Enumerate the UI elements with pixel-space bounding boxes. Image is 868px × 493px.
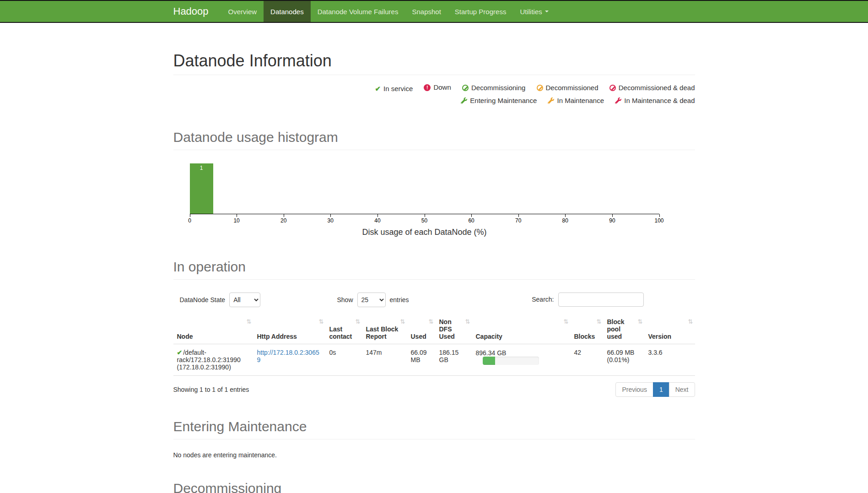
cell-capacity: 896.34 GB bbox=[472, 344, 571, 375]
x-tick: 40 bbox=[374, 217, 380, 224]
capacity-progress-bar bbox=[483, 357, 539, 365]
sort-icon bbox=[597, 318, 602, 325]
legend-label: Decommissioned bbox=[546, 82, 598, 94]
legend-label: In Maintenance & dead bbox=[624, 95, 695, 107]
legend-label: Decommissioned & dead bbox=[619, 82, 695, 94]
cell-node: /default-rack/172.18.0.2:31990 (172.18.0… bbox=[173, 344, 253, 375]
x-tick: 20 bbox=[280, 217, 286, 224]
column-label: Node bbox=[177, 333, 193, 340]
x-tick: 50 bbox=[421, 217, 427, 224]
page-1-button[interactable]: 1 bbox=[653, 382, 669, 397]
cell-non-dfs-used: 186.15 GB bbox=[436, 344, 472, 375]
datanode-usage-histogram: 1 0 10 20 30 40 50 60 70 80 90 100 Disk … bbox=[190, 164, 659, 237]
x-tick: 90 bbox=[609, 217, 615, 224]
histogram-bar: 1 bbox=[190, 163, 213, 214]
nav-item-overview[interactable]: Overview bbox=[221, 1, 264, 22]
x-tick: 80 bbox=[562, 217, 568, 224]
nav-item-datanode-volume-failures[interactable]: Datanode Volume Failures bbox=[311, 1, 405, 22]
sort-icon bbox=[400, 318, 405, 325]
legend-label: In service bbox=[383, 83, 413, 95]
column-header-blocks[interactable]: Blocks bbox=[571, 314, 604, 344]
x-tick: 70 bbox=[515, 217, 521, 224]
sort-icon bbox=[356, 318, 361, 325]
nav-item-utilities[interactable]: Utilities bbox=[513, 1, 555, 22]
entering-maintenance-section-title: Entering Maintenance bbox=[173, 419, 695, 434]
column-label: Capacity bbox=[476, 333, 502, 340]
cell-version: 3.3.6 bbox=[645, 344, 695, 375]
column-label: Non DFS Used bbox=[439, 318, 455, 340]
column-header-last-block-report[interactable]: Last Block Report bbox=[362, 314, 407, 344]
datanode-state-label: DataNode State bbox=[180, 296, 226, 303]
column-label: Last Block Report bbox=[366, 325, 399, 340]
nav-item-startup-progress[interactable]: Startup Progress bbox=[448, 1, 513, 22]
table-info: Showing 1 to 1 of 1 entries bbox=[173, 386, 249, 393]
ban-icon bbox=[462, 85, 469, 91]
cell-last-contact: 0s bbox=[326, 344, 362, 375]
legend-label: Down bbox=[433, 81, 451, 93]
column-header-last-contact[interactable]: Last contact bbox=[326, 314, 362, 344]
column-label: Last contact bbox=[329, 325, 352, 340]
column-label: Used bbox=[411, 333, 426, 340]
legend-item-decommissioning: Decommissioning bbox=[462, 82, 525, 94]
column-header-node[interactable]: Node bbox=[173, 314, 253, 344]
cell-block-pool-used: 66.09 MB (0.01%) bbox=[604, 344, 645, 375]
capacity-progress-fill bbox=[483, 357, 495, 365]
page-size-select[interactable]: 25 bbox=[357, 293, 386, 307]
column-header-version[interactable]: Version bbox=[645, 314, 695, 344]
histogram-section-title: Datanode usage histogram bbox=[173, 130, 695, 145]
search-label: Search: bbox=[532, 296, 554, 303]
x-tick: 10 bbox=[233, 217, 239, 224]
sort-icon bbox=[688, 318, 693, 325]
page-title: Datanode Information bbox=[173, 51, 695, 70]
sort-icon bbox=[319, 318, 324, 325]
cell-http-address: http://172.18.0.2:30659 bbox=[253, 344, 326, 375]
legend-label: Entering Maintenance bbox=[470, 95, 537, 107]
sort-icon bbox=[638, 318, 643, 325]
legend-item-in-service: In service bbox=[375, 83, 413, 95]
column-header-used[interactable]: Used bbox=[407, 314, 436, 344]
ban-icon bbox=[537, 85, 543, 91]
x-tick: 60 bbox=[468, 217, 474, 224]
hadoop-brand[interactable]: Hadoop bbox=[173, 1, 215, 22]
column-label: Block pool used bbox=[607, 318, 625, 340]
nav-item-snapshot[interactable]: Snapshot bbox=[405, 1, 447, 22]
x-tick: 0 bbox=[188, 217, 191, 224]
table-row: /default-rack/172.18.0.2:31990 (172.18.0… bbox=[173, 344, 695, 375]
pagination: Previous 1 Next bbox=[615, 382, 695, 397]
wrench-icon bbox=[615, 98, 621, 104]
show-label: Show bbox=[337, 296, 353, 303]
sort-icon bbox=[429, 318, 434, 325]
column-header-non-dfs-used[interactable]: Non DFS Used bbox=[436, 314, 472, 344]
datanode-state-select[interactable]: All bbox=[229, 293, 260, 307]
legend-item-down: Down bbox=[424, 81, 451, 93]
http-address-link[interactable]: http://172.18.0.2:30659 bbox=[257, 349, 319, 363]
datanodes-table: Node Http Address Last contact Last Bloc… bbox=[173, 314, 695, 376]
previous-page-button[interactable]: Previous bbox=[615, 382, 653, 397]
wrench-icon bbox=[548, 98, 554, 104]
legend-item-in-maintenance: In Maintenance bbox=[548, 95, 604, 107]
legend-label: Decommissioning bbox=[471, 82, 525, 94]
column-header-http-address[interactable]: Http Address bbox=[253, 314, 326, 344]
next-page-button[interactable]: Next bbox=[669, 382, 695, 397]
nav-item-datanodes[interactable]: Datanodes bbox=[264, 1, 311, 22]
legend-label: In Maintenance bbox=[557, 95, 604, 107]
entries-label: entries bbox=[390, 296, 409, 303]
in-operation-section-title: In operation bbox=[173, 259, 695, 275]
legend-item-in-maintenance-dead: In Maintenance & dead bbox=[615, 95, 695, 107]
entering-maintenance-empty-message: No nodes are entering maintenance. bbox=[173, 451, 695, 459]
caret-down-icon bbox=[545, 11, 549, 12]
column-label: Http Address bbox=[257, 333, 297, 340]
column-label: Version bbox=[648, 333, 672, 340]
column-header-capacity[interactable]: Capacity bbox=[472, 314, 571, 344]
column-label: Blocks bbox=[574, 333, 595, 340]
search-input[interactable] bbox=[558, 293, 644, 307]
table-header-row: Node Http Address Last contact Last Bloc… bbox=[173, 314, 695, 344]
sort-icon bbox=[247, 318, 252, 325]
column-header-block-pool-used[interactable]: Block pool used bbox=[604, 314, 645, 344]
ban-icon bbox=[609, 85, 616, 91]
x-axis-label: Disk usage of each DataNode (%) bbox=[190, 228, 659, 237]
utilities-label: Utilities bbox=[520, 8, 542, 16]
x-tick: 100 bbox=[654, 217, 663, 224]
status-legend: In service Down Decommissioning Decommis… bbox=[173, 81, 695, 108]
top-navbar: Hadoop Overview Datanodes Datanode Volum… bbox=[0, 0, 868, 23]
